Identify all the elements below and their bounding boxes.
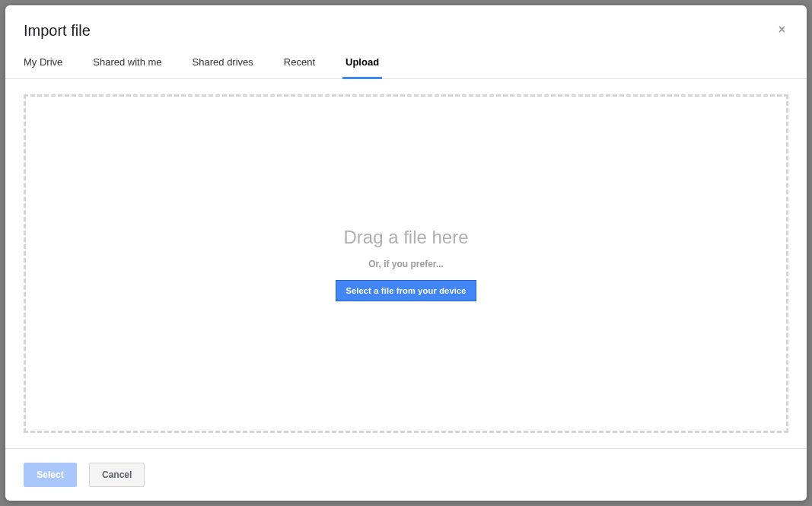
tab-label: Shared with me	[93, 56, 161, 68]
select-file-from-device-button[interactable]: Select a file from your device	[336, 280, 476, 301]
dialog-footer: Select Cancel	[5, 448, 807, 501]
tab-upload[interactable]: Upload	[345, 46, 379, 78]
close-icon[interactable]: ×	[775, 22, 788, 37]
file-dropzone[interactable]: Drag a file here Or, if you prefer... Se…	[24, 94, 788, 433]
import-file-dialog: Import file × My Drive Shared with me Sh…	[5, 5, 807, 501]
tab-my-drive[interactable]: My Drive	[24, 46, 62, 78]
dialog-header: Import file ×	[5, 5, 807, 46]
dialog-body: Drag a file here Or, if you prefer... Se…	[5, 79, 807, 448]
tab-shared-with-me[interactable]: Shared with me	[93, 46, 161, 78]
dialog-title: Import file	[24, 22, 91, 40]
or-prefer-text: Or, if you prefer...	[368, 259, 444, 269]
tab-label: My Drive	[24, 56, 62, 68]
cancel-button[interactable]: Cancel	[89, 463, 145, 487]
tab-recent[interactable]: Recent	[284, 46, 315, 78]
tabs-bar: My Drive Shared with me Shared drives Re…	[5, 46, 807, 79]
drag-file-text: Drag a file here	[343, 227, 468, 248]
tab-label: Shared drives	[193, 56, 253, 68]
tab-label: Upload	[345, 56, 379, 68]
tab-shared-drives[interactable]: Shared drives	[193, 46, 253, 78]
select-button[interactable]: Select	[24, 463, 77, 487]
tab-label: Recent	[284, 56, 315, 68]
